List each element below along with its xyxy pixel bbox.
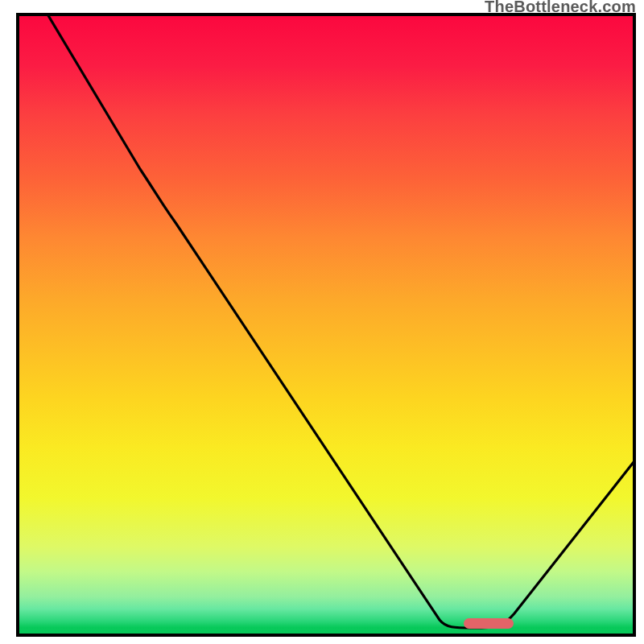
optimum-marker — [464, 618, 514, 629]
watermark-text: TheBottleneck.com — [485, 0, 636, 16]
chart-frame — [16, 13, 636, 637]
bottleneck-curve — [19, 16, 633, 634]
curve-path — [47, 16, 633, 628]
